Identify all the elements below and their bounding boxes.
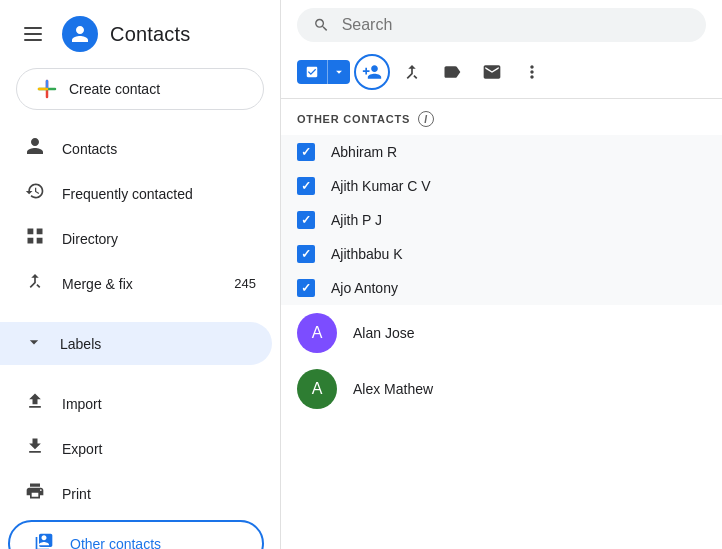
chevron-down-icon bbox=[24, 332, 44, 355]
add-to-contacts-button[interactable] bbox=[354, 54, 390, 90]
sidebar-item-export[interactable]: Export bbox=[0, 426, 272, 471]
import-icon bbox=[24, 391, 46, 416]
table-row[interactable]: Abhiram R bbox=[281, 135, 722, 169]
print-icon bbox=[24, 481, 46, 506]
grid-icon bbox=[24, 226, 46, 251]
more-vert-icon bbox=[522, 62, 542, 82]
email-button[interactable] bbox=[474, 54, 510, 90]
merge-button[interactable] bbox=[394, 54, 430, 90]
table-row[interactable]: Ajithbabu K bbox=[281, 237, 722, 271]
avatar: A bbox=[297, 313, 337, 353]
checkbox-checked[interactable] bbox=[297, 245, 315, 263]
other-contacts-label: Other contacts bbox=[70, 536, 161, 550]
dropdown-arrow-icon bbox=[332, 65, 346, 79]
merge-icon bbox=[24, 271, 46, 296]
print-label: Print bbox=[62, 486, 91, 502]
other-contacts-section-header: OTHER CONTACTS i bbox=[281, 99, 722, 135]
table-row[interactable]: Ajith P J bbox=[281, 203, 722, 237]
sidebar-item-merge-fix[interactable]: Merge & fix 245 bbox=[0, 261, 272, 306]
checkbox-checked[interactable] bbox=[297, 279, 315, 297]
person-icon bbox=[24, 136, 46, 161]
merge-toolbar-icon bbox=[402, 62, 422, 82]
checkbox-checked[interactable] bbox=[297, 211, 315, 229]
table-row[interactable]: Ajith Kumar C V bbox=[281, 169, 722, 203]
sidebar-header: Contacts bbox=[0, 8, 280, 64]
sidebar-item-print[interactable]: Print bbox=[0, 471, 272, 516]
table-row[interactable]: A Alan Jose bbox=[281, 305, 722, 361]
table-row[interactable]: A Alex Mathew bbox=[281, 361, 722, 417]
create-contact-button[interactable]: Create contact bbox=[16, 68, 264, 110]
merge-fix-badge: 245 bbox=[234, 276, 256, 291]
app-logo bbox=[62, 16, 98, 52]
sidebar-item-frequently-contacted[interactable]: Frequently contacted bbox=[0, 171, 272, 216]
select-all-group[interactable] bbox=[297, 60, 350, 84]
search-icon bbox=[313, 16, 330, 34]
import-label: Import bbox=[62, 396, 102, 412]
select-dropdown-arrow[interactable] bbox=[327, 60, 350, 84]
select-all-checkbox[interactable] bbox=[297, 60, 327, 84]
more-button[interactable] bbox=[514, 54, 550, 90]
contact-list: Abhiram R Ajith Kumar C V Ajith P J Ajit… bbox=[281, 135, 722, 549]
email-icon bbox=[482, 62, 502, 82]
export-label: Export bbox=[62, 441, 102, 457]
contact-name: Ajithbabu K bbox=[331, 246, 403, 262]
sidebar-item-labels[interactable]: Labels bbox=[0, 322, 272, 365]
sidebar-item-directory[interactable]: Directory bbox=[0, 216, 272, 261]
info-icon[interactable]: i bbox=[418, 111, 434, 127]
contact-name: Ajo Antony bbox=[331, 280, 398, 296]
section-title: OTHER CONTACTS bbox=[297, 113, 410, 125]
other-contacts-icon bbox=[34, 532, 54, 549]
add-person-icon bbox=[362, 62, 382, 82]
add-to-contacts-wrapper bbox=[354, 54, 390, 90]
app-title: Contacts bbox=[110, 23, 191, 46]
search-bar[interactable] bbox=[297, 8, 706, 42]
labels-label: Labels bbox=[60, 336, 101, 352]
export-icon bbox=[24, 436, 46, 461]
checkbox-icon bbox=[305, 65, 319, 79]
label-icon bbox=[442, 62, 462, 82]
merge-fix-label: Merge & fix bbox=[62, 276, 133, 292]
plus-icon bbox=[37, 79, 57, 99]
history-icon bbox=[24, 181, 46, 206]
hamburger-icon[interactable] bbox=[16, 19, 50, 49]
label-button[interactable] bbox=[434, 54, 470, 90]
checkbox-checked[interactable] bbox=[297, 143, 315, 161]
sidebar-item-import[interactable]: Import bbox=[0, 381, 272, 426]
create-contact-label: Create contact bbox=[69, 81, 160, 97]
frequently-contacted-label: Frequently contacted bbox=[62, 186, 193, 202]
toolbar bbox=[281, 50, 722, 99]
main-content: OTHER CONTACTS i Abhiram R Ajith Kumar C… bbox=[280, 0, 722, 549]
avatar: A bbox=[297, 369, 337, 409]
contact-name: Abhiram R bbox=[331, 144, 397, 160]
directory-label: Directory bbox=[62, 231, 118, 247]
sidebar-item-other-contacts[interactable]: Other contacts bbox=[8, 520, 264, 549]
contact-name: Ajith P J bbox=[331, 212, 382, 228]
contacts-label: Contacts bbox=[62, 141, 117, 157]
sidebar: Contacts Create contact Contacts Frequen… bbox=[0, 0, 280, 549]
contact-name: Alex Mathew bbox=[353, 381, 433, 397]
contact-name: Alan Jose bbox=[353, 325, 414, 341]
contact-name: Ajith Kumar C V bbox=[331, 178, 431, 194]
search-input[interactable] bbox=[342, 16, 690, 34]
sidebar-item-contacts[interactable]: Contacts bbox=[0, 126, 272, 171]
checkbox-checked[interactable] bbox=[297, 177, 315, 195]
table-row[interactable]: Ajo Antony bbox=[281, 271, 722, 305]
